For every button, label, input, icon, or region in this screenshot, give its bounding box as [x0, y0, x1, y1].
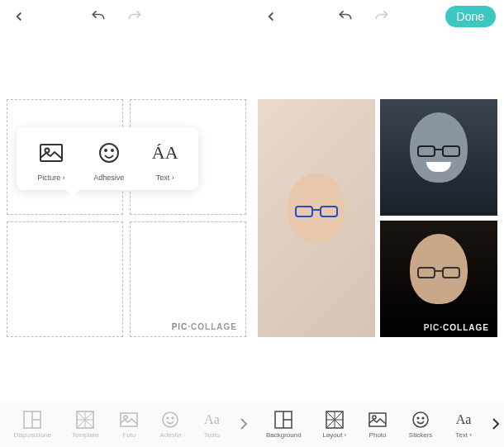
text-icon: ÁA	[153, 140, 178, 165]
svg-point-21	[417, 417, 419, 419]
share-icon[interactable]	[260, 6, 282, 27]
picture-icon	[39, 140, 64, 165]
popup-picture-button[interactable]: Picture ›	[37, 140, 65, 182]
popup-adhesive-label: Adhesive	[93, 174, 124, 182]
back-icon[interactable]	[8, 6, 30, 27]
smiley-icon	[97, 140, 121, 165]
tool-label: Background	[266, 431, 302, 439]
svg-point-20	[413, 412, 428, 427]
tool-label: Stickers	[409, 431, 432, 439]
tool-disposizione[interactable]: Disposizione	[14, 410, 51, 439]
tool-label: Text ›	[455, 431, 472, 439]
template-icon	[325, 410, 345, 430]
tool-label: Foto	[122, 431, 136, 439]
svg-rect-0	[40, 145, 62, 161]
tool-label: Template	[72, 431, 98, 439]
redo-icon[interactable]	[124, 6, 145, 27]
watermark: PIC·COLLAGE	[172, 322, 237, 331]
svg-point-12	[168, 417, 169, 419]
photo-icon	[368, 410, 388, 430]
tool-testo[interactable]: Aa Testo	[202, 410, 221, 439]
left-topbar	[0, 0, 252, 33]
svg-point-22	[422, 417, 424, 419]
tool-foto[interactable]: Foto	[119, 410, 139, 439]
tool-stickers[interactable]: Stickers	[409, 410, 432, 439]
layout-icon	[273, 410, 293, 430]
popup-adhesive-button[interactable]: Adhesive	[93, 140, 124, 182]
right-collage-canvas: PIC·COLLAGE	[258, 99, 497, 337]
tool-layout[interactable]: Layout ›	[322, 410, 346, 439]
tool-photo[interactable]: Photo	[368, 410, 388, 439]
toolbar-next-icon[interactable]	[487, 417, 504, 430]
layout-icon	[22, 410, 42, 430]
svg-point-11	[163, 412, 178, 427]
sticker-icon	[411, 410, 430, 430]
template-icon	[75, 410, 95, 430]
watermark: PIC·COLLAGE	[424, 323, 489, 332]
tool-label: Adesivi	[160, 431, 182, 439]
svg-point-1	[45, 149, 49, 153]
svg-rect-9	[121, 413, 137, 426]
photo-icon	[119, 410, 139, 430]
svg-point-13	[173, 417, 174, 419]
popup-text-button[interactable]: ÁA Text ›	[153, 140, 178, 182]
tool-label: Disposizione	[14, 431, 51, 439]
tool-adesivi[interactable]: Adesivi	[160, 410, 182, 439]
text-tool-icon: Aa	[454, 410, 473, 430]
svg-point-4	[112, 150, 113, 151]
bottom-toolbar: Disposizione Template Foto Adesivi Aa Te…	[0, 401, 504, 447]
collage-cell[interactable]: PIC·COLLAGE	[130, 221, 246, 337]
text-tool-icon: Aa	[202, 410, 221, 430]
redo-icon[interactable]	[371, 6, 392, 27]
collage-photo[interactable]	[258, 99, 375, 337]
tool-label: Photo	[369, 431, 387, 439]
popup-picture-label: Picture ›	[37, 174, 65, 182]
svg-point-3	[105, 150, 107, 151]
svg-rect-18	[369, 413, 386, 426]
done-button[interactable]: Done	[445, 6, 496, 27]
svg-point-10	[124, 416, 127, 419]
tool-template[interactable]: Template	[72, 410, 98, 439]
toolbar-next-icon[interactable]	[235, 417, 252, 430]
tool-text[interactable]: Aa Text ›	[454, 410, 473, 439]
collage-photo[interactable]: PIC·COLLAGE	[380, 221, 497, 337]
tool-label: Layout ›	[322, 431, 346, 439]
collage-cell[interactable]	[7, 221, 123, 337]
tool-background[interactable]: Background	[266, 410, 302, 439]
svg-point-19	[373, 416, 376, 419]
svg-point-2	[100, 144, 118, 162]
collage-photo[interactable]	[380, 99, 497, 216]
tool-label: Testo	[204, 431, 220, 439]
add-popup: Picture › Adhesive ÁA Text ›	[17, 127, 198, 190]
sticker-icon	[160, 410, 180, 430]
right-topbar: Done	[252, 0, 504, 33]
undo-icon[interactable]	[335, 6, 356, 27]
popup-text-label: Text ›	[156, 174, 174, 182]
undo-icon[interactable]	[88, 6, 109, 27]
